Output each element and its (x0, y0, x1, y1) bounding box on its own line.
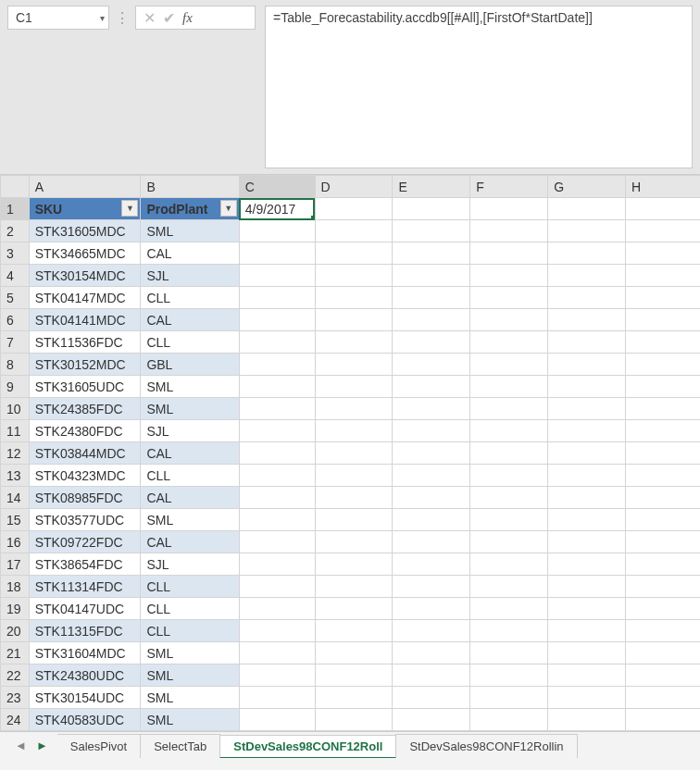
cell-F15[interactable] (470, 509, 548, 531)
cell-H17[interactable] (626, 553, 700, 576)
cell-B5[interactable]: CLL (141, 287, 239, 309)
cell-B24[interactable]: SML (141, 709, 239, 731)
cell-D22[interactable] (315, 664, 393, 687)
cell-D13[interactable] (315, 465, 393, 487)
cell-H21[interactable] (626, 642, 700, 664)
cell-E6[interactable] (393, 309, 470, 331)
row-header[interactable]: 12 (1, 442, 30, 465)
cell-H5[interactable] (626, 287, 700, 309)
cell-F2[interactable] (470, 220, 548, 242)
cell-A21[interactable]: STK31604MDC (29, 642, 141, 664)
cell-C22[interactable] (239, 664, 315, 687)
row-header[interactable]: 7 (1, 331, 30, 354)
spreadsheet-grid[interactable]: ABCDEFGH 1SKU▼ProdPlant▼4/9/20172STK3160… (0, 174, 700, 731)
cell-D17[interactable] (315, 553, 393, 576)
row-header[interactable]: 19 (1, 598, 30, 620)
cell-A11[interactable]: STK24380FDC (29, 420, 141, 442)
cell-E5[interactable] (393, 287, 470, 309)
cell-D5[interactable] (315, 287, 393, 309)
cell-F1[interactable] (470, 198, 548, 220)
cell-E13[interactable] (393, 465, 470, 487)
cell-A15[interactable]: STK03577UDC (29, 509, 141, 531)
name-box[interactable]: C1 ▾ (7, 6, 109, 30)
cell-G5[interactable] (548, 287, 626, 309)
cell-D2[interactable] (315, 220, 393, 242)
cell-B6[interactable]: CAL (141, 309, 239, 331)
cell-D1[interactable] (315, 198, 393, 220)
col-header-C[interactable]: C (239, 176, 315, 198)
cell-C3[interactable] (239, 242, 315, 265)
cell-D18[interactable] (315, 576, 393, 598)
cell-H13[interactable] (626, 465, 700, 487)
row-header[interactable]: 20 (1, 620, 30, 642)
cell-B7[interactable]: CLL (141, 331, 239, 354)
cell-E20[interactable] (393, 620, 470, 642)
cell-B23[interactable]: SML (141, 687, 239, 709)
cell-A7[interactable]: STK11536FDC (29, 331, 141, 354)
cell-H22[interactable] (626, 664, 700, 687)
cell-A17[interactable]: STK38654FDC (29, 553, 141, 576)
cell-E7[interactable] (393, 331, 470, 354)
cell-G4[interactable] (548, 265, 626, 287)
cell-B21[interactable]: SML (141, 642, 239, 664)
cell-E8[interactable] (393, 354, 470, 376)
cell-E24[interactable] (393, 709, 470, 731)
row-header[interactable]: 9 (1, 376, 30, 398)
cell-B15[interactable]: SML (141, 509, 239, 531)
row-header[interactable]: 15 (1, 509, 30, 531)
cell-H7[interactable] (626, 331, 700, 354)
row-header[interactable]: 23 (1, 687, 30, 709)
cell-D12[interactable] (315, 442, 393, 465)
cell-E1[interactable] (393, 198, 470, 220)
col-header-A[interactable]: A (29, 176, 141, 198)
row-header[interactable]: 3 (1, 242, 30, 265)
confirm-icon[interactable]: ✔ (163, 9, 175, 27)
row-header[interactable]: 16 (1, 531, 30, 553)
cell-C20[interactable] (239, 620, 315, 642)
col-header-F[interactable]: F (470, 176, 548, 198)
cell-C17[interactable] (239, 553, 315, 576)
cell-H4[interactable] (626, 265, 700, 287)
cell-H3[interactable] (626, 242, 700, 265)
cell-C6[interactable] (239, 309, 315, 331)
cell-E19[interactable] (393, 598, 470, 620)
cancel-icon[interactable]: ✕ (144, 9, 156, 27)
cell-H9[interactable] (626, 376, 700, 398)
tab-prev-icon[interactable]: ◄ (15, 739, 27, 752)
cell-C19[interactable] (239, 598, 315, 620)
cell-D20[interactable] (315, 620, 393, 642)
cell-A22[interactable]: STK24380UDC (29, 664, 141, 687)
cell-C9[interactable] (239, 376, 315, 398)
cell-G17[interactable] (548, 553, 626, 576)
cell-G12[interactable] (548, 442, 626, 465)
cell-H12[interactable] (626, 442, 700, 465)
row-header[interactable]: 6 (1, 309, 30, 331)
cell-D10[interactable] (315, 398, 393, 420)
cell-B20[interactable]: CLL (141, 620, 239, 642)
cell-F19[interactable] (470, 598, 548, 620)
cell-C12[interactable] (239, 442, 315, 465)
cell-H1[interactable] (626, 198, 700, 220)
cell-H2[interactable] (626, 220, 700, 242)
cell-D23[interactable] (315, 687, 393, 709)
cell-G23[interactable] (548, 687, 626, 709)
cell-D11[interactable] (315, 420, 393, 442)
cell-D4[interactable] (315, 265, 393, 287)
cell-F23[interactable] (470, 687, 548, 709)
cell-A14[interactable]: STK08985FDC (29, 487, 141, 509)
cell-H20[interactable] (626, 620, 700, 642)
cell-A9[interactable]: STK31605UDC (29, 376, 141, 398)
cell-D24[interactable] (315, 709, 393, 731)
cell-A16[interactable]: STK09722FDC (29, 531, 141, 553)
cell-A5[interactable]: STK04147MDC (29, 287, 141, 309)
cell-G20[interactable] (548, 620, 626, 642)
row-header[interactable]: 21 (1, 642, 30, 664)
row-header[interactable]: 10 (1, 398, 30, 420)
col-header-B[interactable]: B (141, 176, 239, 198)
cell-E18[interactable] (393, 576, 470, 598)
row-header[interactable]: 22 (1, 664, 30, 687)
cell-G14[interactable] (548, 487, 626, 509)
cell-F16[interactable] (470, 531, 548, 553)
cell-C10[interactable] (239, 398, 315, 420)
cell-E11[interactable] (393, 420, 470, 442)
